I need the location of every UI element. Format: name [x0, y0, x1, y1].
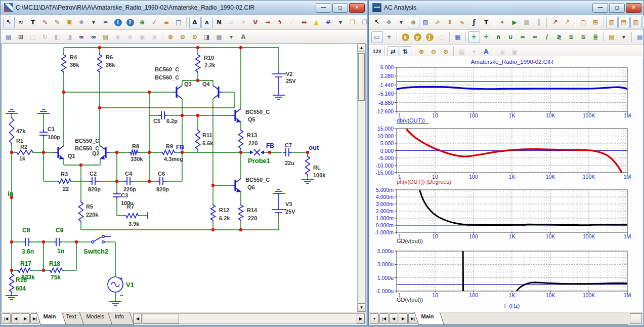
graph-select-icon[interactable]: ▨: [420, 17, 432, 28]
scroll-left-button[interactable]: ◀: [134, 314, 142, 323]
transistor-Q6[interactable]: [231, 179, 241, 192]
schematic-drawing[interactable]: R436kR636kR102.2kBC560_CBC560_CQ3Q4V225V…: [2, 44, 349, 312]
page-edit-icon[interactable]: □: [173, 17, 185, 28]
page-nav-button[interactable]: ▶: [399, 313, 408, 324]
low-icon[interactable]: ≈: [529, 31, 541, 43]
scale-mode-icon[interactable]: ⊕: [408, 17, 419, 28]
transistor-Q4[interactable]: [213, 85, 223, 99]
series-label-db[interactable]: db(v(OUT)): [397, 117, 425, 124]
text-tool[interactable]: T: [27, 17, 39, 28]
scale-vertical-icon[interactable]: ⇕: [444, 17, 456, 28]
schematic-canvas[interactable]: R436kR636kR102.2kBC560_CBC560_CQ3Q4V225V…: [1, 43, 366, 312]
resistor-R14[interactable]: [239, 203, 243, 222]
layout-1-icon[interactable]: ▥: [606, 17, 618, 28]
notes-icon[interactable]: ▤: [634, 31, 644, 43]
resistor-R7[interactable]: [124, 214, 140, 218]
zoom-in-icon[interactable]: ⊕: [165, 31, 177, 43]
help-icon[interactable]: ?: [124, 17, 136, 28]
crosshair-icon[interactable]: +: [383, 31, 395, 43]
valley-icon[interactable]: ∪: [505, 31, 517, 43]
rotate-icon[interactable]: ↻: [39, 31, 51, 43]
resistor-R2[interactable]: [15, 150, 34, 155]
capacitor-C6[interactable]: [157, 177, 166, 185]
clipboard-icon[interactable]: ▤: [606, 31, 618, 43]
minimize-button[interactable]: —: [316, 3, 331, 13]
plots[interactable]: Amaterske_Radio_1990-02.CIR6.0002.280-1.…: [369, 56, 644, 313]
send-back-icon[interactable]: ▣: [137, 31, 148, 43]
slope-icon[interactable]: /: [541, 31, 553, 43]
high-icon[interactable]: ≈: [517, 31, 529, 43]
transistor-Q2[interactable]: [100, 146, 110, 159]
zoom-100-icon[interactable]: ⊙: [189, 31, 201, 43]
cursor-step-icon[interactable]: ↗: [562, 17, 573, 28]
capacitor-C8[interactable]: [23, 238, 32, 246]
resistor-R3[interactable]: [57, 179, 72, 184]
resistor-R5[interactable]: [79, 200, 83, 223]
show-current-icon[interactable]: →: [262, 17, 274, 28]
resistor-R17[interactable]: [17, 268, 32, 273]
vscroll-thumb[interactable]: [358, 53, 365, 101]
series-label-gd-milli[interactable]: GD(v(out)): [397, 238, 423, 244]
show-condition-icon[interactable]: ✓: [286, 17, 298, 28]
run-button[interactable]: ▶: [509, 17, 521, 28]
page-nav-button[interactable]: ▶: [21, 313, 30, 324]
resistor-R10[interactable]: [196, 53, 200, 73]
graphics-pencil-icon[interactable]: ✎: [39, 17, 51, 28]
bring-front-icon[interactable]: ▣: [149, 31, 160, 43]
cube-dropdown[interactable]: ▾: [396, 17, 407, 28]
resistor-R16[interactable]: [10, 272, 14, 294]
plot-db[interactable]: 6.0002.280-1.440-5.160-8.880-12.60011010…: [375, 64, 631, 124]
grid-dots-dropdown[interactable]: ▾: [226, 31, 237, 43]
box-tool-icon[interactable]: □: [27, 31, 39, 43]
grid-dots-icon[interactable]: ▦: [213, 31, 225, 43]
resize-grip[interactable]: [630, 313, 642, 324]
tab-info[interactable]: Info: [108, 312, 134, 325]
scroll-right-button[interactable]: ▶: [357, 314, 365, 323]
peak-icon[interactable]: ∩: [493, 31, 504, 43]
shape-cube-icon[interactable]: ❖: [76, 17, 88, 28]
clipboard-dropdown[interactable]: ▾: [618, 31, 630, 43]
find-repeat-icon[interactable]: ∞: [88, 31, 100, 43]
cancel-icon[interactable]: ⊗: [124, 31, 136, 43]
web-link-icon[interactable]: ⊕: [137, 17, 148, 28]
plot-gd-micro[interactable]: 5.000u3.000u1.000u-1.000u1101001K10K100K…: [375, 244, 631, 303]
resistor-R11[interactable]: [196, 129, 200, 151]
component-dropdown[interactable]: ▾: [88, 17, 100, 28]
font-icon[interactable]: A: [238, 31, 249, 43]
plot-area[interactable]: Amaterske_Radio_1990-02.CIR6.0002.280-1.…: [369, 56, 643, 312]
back-icon[interactable]: ◉: [112, 31, 124, 43]
fx-axis-icon[interactable]: ƒ: [424, 31, 436, 43]
hscroll-thumb[interactable]: [143, 314, 179, 323]
new-page-icon[interactable]: ❐: [347, 17, 359, 28]
transistor-Q5[interactable]: [231, 109, 241, 122]
grid-dropdown[interactable]: ▾: [335, 17, 347, 28]
cursor-left-icon[interactable]: ✛: [468, 31, 480, 43]
find-icon[interactable]: ∞: [76, 31, 88, 43]
global-high-icon[interactable]: ≋: [566, 31, 577, 43]
page-nav-button[interactable]: ◀: [389, 313, 398, 324]
tab-main[interactable]: Main: [36, 312, 66, 325]
plot-gd-milli[interactable]: 5.000m4.000m3.000m2.000m1.000m0.000m-1.0…: [374, 183, 631, 244]
scroll-down-button[interactable]: ▼: [358, 303, 365, 312]
maximize-button[interactable]: ◻: [609, 3, 625, 13]
analysis-titlebar[interactable]: AC Analysis — ◻ ✕: [369, 1, 643, 15]
y-axis-icon[interactable]: y: [412, 31, 423, 43]
warning-triangle-icon[interactable]: ▲: [311, 17, 322, 28]
page-flip-icon[interactable]: ◨: [201, 31, 213, 43]
probe-Probe1[interactable]: [250, 149, 264, 155]
wire-mode-icon[interactable]: ≈: [15, 17, 27, 28]
rows-icon[interactable]: ≡: [161, 17, 173, 28]
capacitor-C1[interactable]: [39, 129, 48, 138]
stop-button[interactable]: ■: [521, 17, 533, 28]
schematic-vscrollbar[interactable]: ▲ ▼: [357, 43, 366, 312]
resistor-R9[interactable]: [161, 150, 176, 155]
checklist-icon[interactable]: ✓: [149, 17, 160, 28]
resistor-R8[interactable]: [129, 150, 139, 155]
capacitor-C2[interactable]: [89, 177, 98, 185]
layout-4-icon[interactable]: ◨: [642, 17, 644, 28]
x-axis-icon[interactable]: x: [400, 31, 411, 43]
scale-corner-icon[interactable]: ⇘: [456, 17, 468, 28]
resistor-R12[interactable]: [211, 203, 216, 222]
plot-ph[interactable]: 15.00010.0005.0000.000-5.000-10.000-15.0…: [375, 126, 631, 185]
notes-icon[interactable]: ▤: [100, 31, 112, 43]
